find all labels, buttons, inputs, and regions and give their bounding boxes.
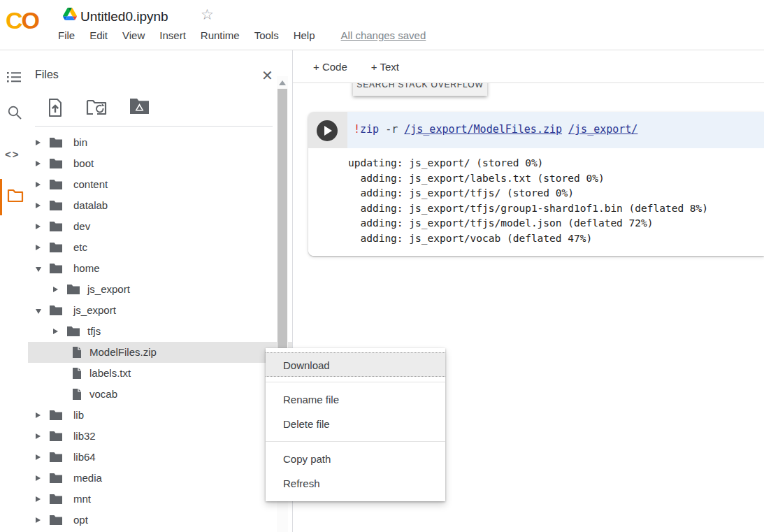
menu-item-rename-file[interactable]: Rename file (266, 387, 445, 412)
folder-icon (49, 200, 63, 211)
chevron-down-icon[interactable] (36, 267, 41, 272)
tree-label: lib32 (73, 430, 96, 442)
colab-logo[interactable]: CO (6, 7, 38, 34)
chevron-right-icon[interactable] (36, 454, 41, 460)
tree-row-vocab[interactable]: vocab (28, 384, 292, 405)
code-segment-link[interactable]: /js_export/ (568, 123, 637, 136)
upload-file-icon[interactable] (47, 98, 64, 117)
tree-row-bin[interactable]: bin (28, 132, 292, 153)
tree-label: js_export (73, 304, 116, 316)
search-icon[interactable] (7, 105, 22, 120)
tree-label: opt (73, 514, 88, 526)
save-status[interactable]: All changes saved (341, 29, 426, 41)
code-cell-header: !zip -r /js_export/ModelFiles.zip /js_ex… (308, 112, 764, 148)
close-icon[interactable]: ✕ (261, 67, 273, 84)
notebook-title[interactable]: Untitled0.ipynb (80, 9, 168, 24)
tree-row-opt[interactable]: opt (28, 510, 292, 531)
tree-row-boot[interactable]: boot (28, 153, 292, 174)
tree-row-etc[interactable]: etc (28, 237, 292, 258)
table-of-contents-icon[interactable] (7, 71, 21, 82)
mount-drive-icon[interactable] (129, 98, 150, 115)
chevron-right-icon[interactable] (36, 203, 41, 208)
menu-file[interactable]: File (58, 29, 75, 41)
chevron-right-icon[interactable] (36, 517, 41, 523)
chevron-right-icon[interactable] (36, 245, 41, 250)
chevron-right-icon[interactable] (36, 433, 41, 439)
notebook-toolbar: + Code + Text (293, 50, 764, 83)
files-panel: Files ✕ binbootcontentdatalabdevetchomej… (28, 50, 292, 532)
tree-row-media[interactable]: media (28, 468, 292, 489)
tree-row-labels-txt[interactable]: labels.txt (28, 363, 292, 384)
tree-row-datalab[interactable]: datalab (28, 195, 292, 216)
tree-row-mnt[interactable]: mnt (28, 489, 292, 510)
tree-row-js-export[interactable]: js_export (28, 300, 292, 321)
tree-label: js_export (87, 283, 130, 295)
tree-row-modelfiles-zip[interactable]: ModelFiles.zip (28, 342, 292, 363)
folder-icon (49, 179, 63, 190)
chevron-right-icon[interactable] (53, 287, 58, 292)
file-icon (72, 388, 82, 401)
chevron-right-icon[interactable] (53, 329, 58, 334)
tree-row-content[interactable]: content (28, 174, 292, 195)
tree-label: lib (73, 409, 84, 421)
folder-icon (49, 494, 63, 505)
tree-row-dev[interactable]: dev (28, 216, 292, 237)
tree-row-js-export[interactable]: js_export (28, 279, 292, 300)
folder-icon (49, 137, 63, 148)
folder-icon (66, 284, 80, 295)
scrollbar-up-arrow[interactable] (279, 80, 286, 85)
cell-gutter (308, 112, 347, 148)
menu-item-delete-file[interactable]: Delete file (266, 412, 445, 436)
menu-item-copy-path[interactable]: Copy path (266, 447, 445, 471)
menu-item-refresh[interactable]: Refresh (266, 471, 445, 496)
chevron-right-icon[interactable] (36, 412, 41, 418)
tree-row-lib64[interactable]: lib64 (28, 447, 292, 468)
menubar: FileEditViewInsertRuntimeToolsHelpAll ch… (58, 29, 426, 41)
tree-row-tfjs[interactable]: tfjs (28, 321, 292, 342)
chevron-right-icon[interactable] (36, 140, 41, 145)
folder-icon (49, 431, 63, 442)
menu-insert[interactable]: Insert (159, 29, 186, 41)
menu-item-download[interactable]: Download (266, 352, 445, 377)
tree-row-lib[interactable]: lib (28, 405, 292, 426)
folder-icon (49, 242, 63, 253)
output-line: adding: js_export/tfjs/model.json (defla… (348, 216, 764, 231)
folder-icon (49, 410, 63, 421)
menu-divider (266, 382, 445, 382)
output-line: adding: js_export/tfjs/group1-shard1of1.… (348, 201, 764, 217)
add-text-button[interactable]: + Text (371, 61, 399, 73)
chevron-right-icon[interactable] (36, 496, 41, 502)
files-icon[interactable] (7, 189, 24, 203)
add-code-button[interactable]: + Code (313, 61, 347, 73)
tree-label: lib64 (73, 451, 96, 463)
tree-label: etc (73, 241, 87, 253)
tree-row-lib32[interactable]: lib32 (28, 426, 292, 447)
code-snippets-icon[interactable]: <> (5, 148, 20, 160)
refresh-folder-icon[interactable] (86, 98, 107, 116)
tree-label: tfjs (87, 325, 101, 337)
tree-label: mnt (73, 493, 91, 505)
file-icon (72, 367, 82, 380)
chevron-down-icon[interactable] (36, 309, 41, 314)
chevron-right-icon[interactable] (36, 475, 41, 481)
code-segment-link[interactable]: /js_export/ModelFiles.zip (404, 123, 562, 136)
chevron-right-icon[interactable] (36, 182, 41, 187)
files-actions (47, 98, 150, 117)
chevron-right-icon[interactable] (36, 224, 41, 229)
logo-letter-o: O (22, 7, 38, 34)
star-icon[interactable]: ☆ (201, 6, 214, 23)
run-cell-button[interactable] (317, 120, 338, 141)
tree-row-home[interactable]: home (28, 258, 292, 279)
folder-icon (49, 452, 63, 463)
menu-view[interactable]: View (122, 29, 145, 41)
menu-help[interactable]: Help (294, 29, 315, 41)
logo-letter-c: C (6, 7, 22, 34)
cell-code-line[interactable]: !zip -r /js_export/ModelFiles.zip /js_ex… (347, 112, 764, 148)
folder-icon (49, 515, 63, 526)
code-segment-plain (562, 123, 568, 136)
chevron-right-icon[interactable] (36, 161, 41, 166)
menu-edit[interactable]: Edit (89, 29, 108, 41)
menu-runtime[interactable]: Runtime (201, 29, 240, 41)
tree-label: labels.txt (89, 367, 131, 379)
menu-tools[interactable]: Tools (254, 29, 279, 41)
